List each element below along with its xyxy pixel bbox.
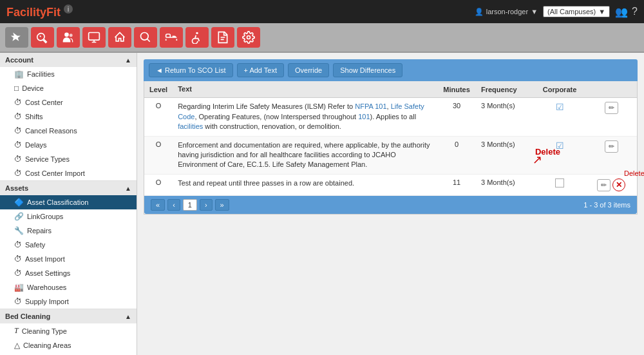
actions-header — [585, 81, 637, 98]
delays-label: Delays — [25, 141, 47, 149]
row2-corporate: ☑ — [534, 136, 585, 174]
sidebar-item-cleaning-areas[interactable]: △ Cleaning Areas — [0, 338, 137, 352]
sidebar-item-cost-center[interactable]: ⏱ Cost Center — [0, 95, 137, 110]
svg-point-5 — [247, 36, 251, 39]
warehouses-icon: 🏭 — [14, 283, 24, 292]
search-tool-button[interactable] — [134, 27, 157, 48]
home-tool-button[interactable] — [108, 27, 131, 48]
row3-delete-button[interactable]: ✕ — [612, 178, 625, 191]
main-layout: Account ▲ 🏢 Facilities □ Device ⏱ Cost C… — [0, 53, 644, 355]
sidebar-item-bed-stat-layouts[interactable]: 🏢 Bed Stat Layouts — [0, 352, 137, 355]
minutes-header: Minutes — [437, 81, 476, 98]
sidebar-section-account-header[interactable]: Account ▲ — [0, 53, 137, 67]
row2-minutes: 0 — [437, 136, 476, 174]
prev-page-button[interactable]: ‹ — [167, 199, 180, 211]
action-bar: ◄ Return To SCO List + Add Text Override… — [144, 59, 638, 81]
cancel-reasons-icon: ⏱ — [14, 126, 22, 135]
sidebar-item-warehouses[interactable]: 🏭 Warehouses — [0, 280, 137, 294]
row1-link2[interactable]: Life Safety Code — [178, 102, 424, 120]
sidebar-item-delays[interactable]: ⏱ Delays — [0, 138, 137, 152]
frequency-header: Frequency — [476, 81, 534, 98]
star-tool-button[interactable] — [5, 27, 28, 48]
page-controls: « ‹ 1 › » — [151, 199, 229, 211]
first-page-button[interactable]: « — [151, 199, 165, 211]
table-row: O Regarding Interim Life Safety Measures… — [144, 98, 637, 136]
sidebar-item-service-types[interactable]: ⏱ Service Types — [0, 152, 137, 166]
users-icon[interactable]: 👥 — [615, 6, 628, 18]
document-tool-button[interactable] — [211, 27, 234, 48]
row1-level: O — [144, 98, 173, 136]
assets-section-arrow: ▲ — [125, 185, 131, 192]
main-toolbar — [0, 23, 644, 53]
settings-tool-button[interactable] — [237, 27, 260, 48]
data-table: Level Text Minutes Frequency Corporate O… — [144, 81, 637, 196]
brand-name-accent: Fit — [46, 6, 61, 19]
sidebar-item-asset-settings[interactable]: ⏱ Asset Settings — [0, 266, 137, 280]
row2-actions: ✏ — [585, 136, 637, 174]
row1-link1[interactable]: NFPA 101 — [355, 102, 386, 110]
row1-text: Regarding Interim Life Safety Measures (… — [173, 98, 437, 136]
row1-actions: ✏ — [585, 98, 637, 136]
cancel-reasons-label: Cancel Reasons — [25, 127, 77, 135]
account-section-label: Account — [5, 56, 33, 64]
sidebar-item-safety[interactable]: ⏱ Safety — [0, 238, 137, 252]
sidebar-section-assets-header[interactable]: Assets ▲ — [0, 181, 137, 195]
bed-tool-button[interactable] — [160, 27, 183, 48]
row1-edit-button[interactable]: ✏ — [605, 102, 618, 114]
campus-selector[interactable]: (All Campuses) ▼ — [543, 6, 610, 17]
last-page-button[interactable]: » — [215, 199, 229, 211]
wrench-tool-button[interactable] — [31, 27, 54, 48]
sidebar-section-account: Account ▲ 🏢 Facilities □ Device ⏱ Cost C… — [0, 53, 137, 181]
sidebar-item-link-groups[interactable]: 🔗 LinkGroups — [0, 209, 137, 224]
header-icons: 👥 ? — [615, 6, 638, 18]
row3-actions: ✏ ✕ Delete — [585, 174, 637, 195]
sidebar-item-asset-import[interactable]: ⏱ Asset Import — [0, 252, 137, 266]
cost-center-label: Cost Center — [25, 99, 63, 106]
sidebar-item-asset-classification[interactable]: 🔷 Asset Classification — [0, 195, 137, 209]
service-types-icon: ⏱ — [14, 155, 22, 164]
username-label: larson-rodger — [486, 8, 528, 15]
corporate-header: Corporate — [534, 81, 585, 98]
svg-point-4 — [196, 32, 198, 34]
pagination-bar: « ‹ 1 › » 1 - 3 of 3 items — [144, 196, 637, 214]
sidebar-item-facilities[interactable]: 🏢 Facilities — [0, 67, 137, 81]
asset-classification-icon: 🔷 — [14, 198, 24, 207]
sidebar-item-cancel-reasons[interactable]: ⏱ Cancel Reasons — [0, 124, 137, 138]
monitor-tool-button[interactable] — [82, 27, 106, 48]
info-icon[interactable]: i — [64, 5, 73, 14]
sidebar-item-cleaning-type[interactable]: T Cleaning Type — [0, 323, 137, 338]
current-page-button[interactable]: 1 — [183, 199, 197, 211]
return-button[interactable]: ◄ Return To SCO List — [149, 63, 233, 77]
asset-classification-label: Asset Classification — [27, 198, 88, 206]
campus-label: (All Campuses) — [547, 8, 596, 15]
svg-point-3 — [141, 33, 149, 41]
delete-label: Delete — [624, 169, 644, 177]
help-icon[interactable]: ? — [632, 6, 638, 17]
cost-center-import-label: Cost Center Import — [25, 169, 85, 177]
add-text-button[interactable]: + Add Text — [237, 63, 284, 77]
facilities-label: Facilities — [27, 70, 55, 78]
sidebar-item-repairs[interactable]: 🔧 Repairs — [0, 224, 137, 238]
people-tool-button[interactable] — [57, 27, 80, 48]
table-header-row: Level Text Minutes Frequency Corporate — [144, 81, 637, 98]
sidebar-item-device[interactable]: □ Device — [0, 81, 137, 95]
show-differences-button[interactable]: Show Differences — [333, 63, 402, 77]
delays-icon: ⏱ — [14, 140, 22, 149]
row3-edit-button[interactable]: ✏ — [597, 179, 611, 191]
row3-text: Test and repeat until three passes in a … — [173, 174, 437, 195]
svg-rect-2 — [89, 33, 100, 41]
row1-corporate-check: ☑ — [556, 102, 564, 112]
sidebar-item-cost-center-import[interactable]: ⏱ Cost Center Import — [0, 166, 137, 180]
row1-link3[interactable]: 101 — [358, 113, 370, 120]
sidebar-section-bed-cleaning-header[interactable]: Bed Cleaning ▲ — [0, 309, 137, 323]
row1-link4[interactable]: facilities — [178, 122, 203, 130]
facilities-icon: 🏢 — [14, 70, 24, 79]
override-button[interactable]: Override — [288, 63, 329, 77]
next-page-button[interactable]: › — [200, 199, 213, 211]
level-header: Level — [144, 81, 173, 98]
row2-edit-button[interactable]: ✏ — [605, 140, 618, 153]
sidebar-section-bed-cleaning: Bed Cleaning ▲ T Cleaning Type △ Cleanin… — [0, 309, 137, 355]
sidebar-item-supply-import[interactable]: ⏱ Supply Import — [0, 294, 137, 309]
wheelchair-tool-button[interactable] — [185, 27, 209, 48]
sidebar-item-shifts[interactable]: ⏱ Shifts — [0, 110, 137, 124]
